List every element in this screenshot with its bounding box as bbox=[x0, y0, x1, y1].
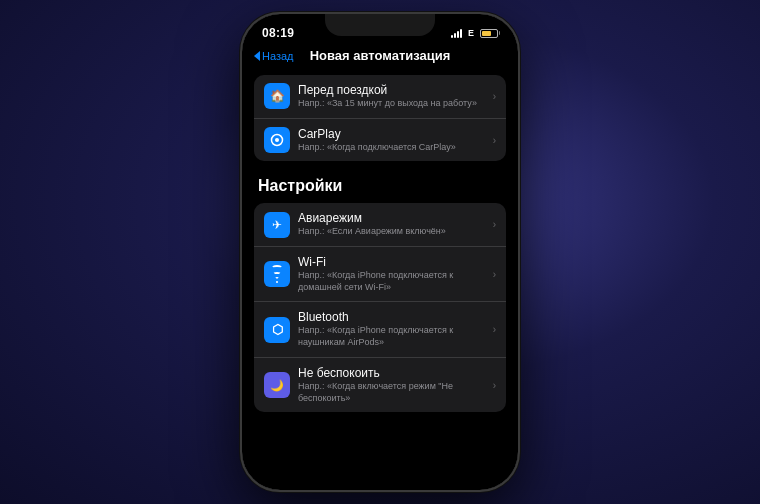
wifi-text: Wi-Fi Напр.: «Когда iPhone подключается … bbox=[298, 255, 489, 293]
do-not-disturb-item[interactable]: 🌙 Не беспокоить Напр.: «Когда включается… bbox=[254, 358, 506, 412]
airplane-title: Авиарежим bbox=[298, 211, 489, 225]
settings-header: Настройки bbox=[254, 173, 506, 203]
content-area: 🏠 Перед поездкой Напр.: «За 15 минут до … bbox=[242, 71, 518, 490]
chevron-right-icon: › bbox=[493, 380, 496, 391]
airplane-item[interactable]: ✈ Авиарежим Напр.: «Если Авиарежим включ… bbox=[254, 203, 506, 247]
status-time: 08:19 bbox=[262, 26, 294, 40]
nav-bar: Назад Новая автоматизация bbox=[242, 44, 518, 71]
carplay-icon bbox=[264, 127, 290, 153]
wifi-item[interactable]: Wi-Fi Напр.: «Когда iPhone подключается … bbox=[254, 247, 506, 302]
chevron-right-icon: › bbox=[493, 324, 496, 335]
chevron-right-icon: › bbox=[493, 219, 496, 230]
travel-list: 🏠 Перед поездкой Напр.: «За 15 минут до … bbox=[254, 75, 506, 161]
bluetooth-text: Bluetooth Напр.: «Когда iPhone подключае… bbox=[298, 310, 489, 348]
dnd-title: Не беспокоить bbox=[298, 366, 489, 380]
battery-fill bbox=[482, 31, 491, 36]
chevron-left-icon bbox=[254, 51, 260, 61]
airplane-text: Авиарежим Напр.: «Если Авиарежим включён… bbox=[298, 211, 489, 238]
carplay-title: CarPlay bbox=[298, 127, 489, 141]
battery-icon bbox=[480, 29, 498, 38]
nav-title: Новая автоматизация bbox=[310, 48, 451, 63]
svg-point-1 bbox=[275, 138, 279, 142]
airplane-icon: ✈ bbox=[264, 212, 290, 238]
carplay-text: CarPlay Напр.: «Когда подключается CarPl… bbox=[298, 127, 489, 154]
before-trip-item[interactable]: 🏠 Перед поездкой Напр.: «За 15 минут до … bbox=[254, 75, 506, 119]
travel-section: 🏠 Перед поездкой Напр.: «За 15 минут до … bbox=[254, 75, 506, 161]
bluetooth-icon: ⬡ bbox=[264, 317, 290, 343]
bluetooth-title: Bluetooth bbox=[298, 310, 489, 324]
chevron-right-icon: › bbox=[493, 269, 496, 280]
chevron-right-icon: › bbox=[493, 91, 496, 102]
before-trip-title: Перед поездкой bbox=[298, 83, 489, 97]
moon-icon: 🌙 bbox=[264, 372, 290, 398]
wifi-icon bbox=[264, 261, 290, 287]
wifi-subtitle: Напр.: «Когда iPhone подключается к дома… bbox=[298, 270, 489, 293]
settings-section: Настройки ✈ Авиарежим Напр.: «Если Авиар… bbox=[254, 173, 506, 412]
dnd-text: Не беспокоить Напр.: «Когда включается р… bbox=[298, 366, 489, 404]
notch bbox=[325, 14, 435, 36]
back-button[interactable]: Назад bbox=[254, 50, 294, 62]
airplane-subtitle: Напр.: «Если Авиарежим включён» bbox=[298, 226, 489, 238]
network-type: E bbox=[468, 28, 474, 38]
carplay-item[interactable]: CarPlay Напр.: «Когда подключается CarPl… bbox=[254, 119, 506, 162]
status-icons: E bbox=[451, 28, 498, 38]
chevron-right-icon: › bbox=[493, 135, 496, 146]
carplay-subtitle: Напр.: «Когда подключается CarPlay» bbox=[298, 142, 489, 154]
house-icon: 🏠 bbox=[264, 83, 290, 109]
wifi-title: Wi-Fi bbox=[298, 255, 489, 269]
signal-icon bbox=[451, 29, 462, 38]
screen: 08:19 E Назад Новая автоматизация bbox=[242, 14, 518, 490]
before-trip-text: Перед поездкой Напр.: «За 15 минут до вы… bbox=[298, 83, 489, 110]
settings-list: ✈ Авиарежим Напр.: «Если Авиарежим включ… bbox=[254, 203, 506, 412]
bluetooth-item[interactable]: ⬡ Bluetooth Напр.: «Когда iPhone подключ… bbox=[254, 302, 506, 357]
back-label[interactable]: Назад bbox=[262, 50, 294, 62]
bluetooth-subtitle: Напр.: «Когда iPhone подключается к науш… bbox=[298, 325, 489, 348]
phone-frame: 08:19 E Назад Новая автоматизация bbox=[240, 12, 520, 492]
dnd-subtitle: Напр.: «Когда включается режим "Не беспо… bbox=[298, 381, 489, 404]
before-trip-subtitle: Напр.: «За 15 минут до выхода на работу» bbox=[298, 98, 489, 110]
